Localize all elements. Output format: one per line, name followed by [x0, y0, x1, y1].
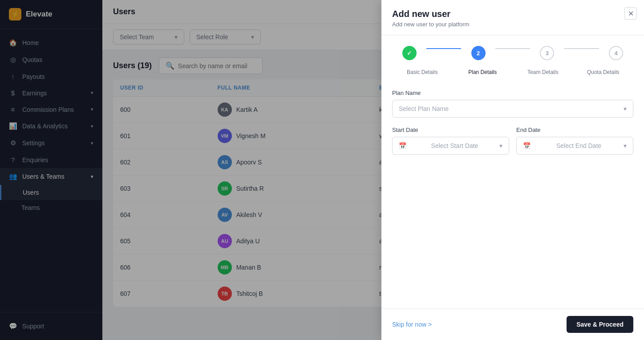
- plan-name-group: Plan Name Select Plan Name ▾: [392, 90, 633, 118]
- end-date-placeholder: Select End Date: [556, 142, 601, 149]
- chevron-down-icon: ▾: [624, 105, 627, 112]
- step-2-label: Plan Details: [453, 69, 513, 75]
- step-4-label: Quota Details: [573, 69, 634, 75]
- plan-name-placeholder: Select Plan Name: [399, 105, 449, 112]
- chevron-down-icon: ▾: [624, 142, 627, 149]
- step-circle-4: 4: [609, 46, 623, 60]
- date-row: Start Date 📅 Select Start Date ▾ End Dat…: [392, 127, 633, 164]
- calendar-icon: 📅: [399, 142, 406, 149]
- start-date-placeholder: Select Start Date: [431, 142, 478, 149]
- plan-name-select[interactable]: Select Plan Name ▾: [392, 100, 633, 118]
- close-button[interactable]: ✕: [624, 7, 637, 20]
- save-proceed-button[interactable]: Save & Proceed: [567, 316, 633, 333]
- step-3-label: Team Details: [513, 69, 573, 75]
- step-connector-1-2: [426, 48, 461, 49]
- step-connector-3-4: [564, 48, 599, 49]
- panel-subtitle: Add new user to your platform: [392, 21, 633, 28]
- step-1-label: Basic Details: [392, 69, 453, 75]
- panel-body: Plan Name Select Plan Name ▾ Start Date …: [381, 81, 644, 308]
- panel-title: Add new user: [392, 9, 633, 19]
- panel-header: Add new user Add new user to your platfo…: [381, 0, 644, 35]
- stepper-steps: ✓ 2 3 4: [392, 46, 633, 60]
- step-2: 2: [461, 46, 495, 60]
- add-user-panel: Add new user Add new user to your platfo…: [381, 0, 644, 340]
- start-date-label: Start Date: [392, 127, 509, 133]
- step-circle-1: ✓: [402, 46, 417, 60]
- step-1: ✓: [392, 46, 426, 60]
- skip-for-now-link[interactable]: Skip for now >: [392, 321, 432, 328]
- panel-footer: Skip for now > Save & Proceed: [381, 308, 644, 340]
- step-circle-3: 3: [540, 46, 554, 60]
- end-date-select[interactable]: 📅 Select End Date ▾: [516, 137, 633, 155]
- step-circle-2: 2: [471, 46, 486, 60]
- end-date-group: End Date 📅 Select End Date ▾: [516, 127, 633, 155]
- chevron-down-icon: ▾: [499, 142, 502, 149]
- plan-name-label: Plan Name: [392, 90, 633, 96]
- calendar-icon: 📅: [523, 142, 531, 149]
- step-4: 4: [599, 46, 633, 60]
- start-date-group: Start Date 📅 Select Start Date ▾: [392, 127, 509, 155]
- end-date-label: End Date: [516, 127, 633, 133]
- step-3: 3: [530, 46, 564, 60]
- step-connector-2-3: [495, 48, 530, 49]
- stepper: ✓ 2 3 4: [381, 35, 644, 64]
- start-date-select[interactable]: 📅 Select Start Date ▾: [392, 137, 509, 155]
